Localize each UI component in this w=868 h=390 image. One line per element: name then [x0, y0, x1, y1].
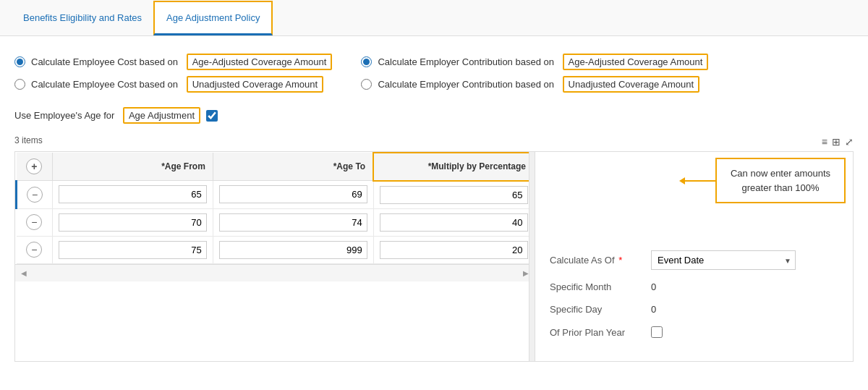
calculate-as-of-row: Calculate As Of * Event Date Plan Year S…	[550, 250, 838, 270]
table-row: −	[17, 181, 535, 209]
row1-multiply[interactable]	[373, 181, 534, 209]
tab-benefits[interactable]: Benefits Eligibility and Rates	[12, 2, 153, 35]
row3-multiply[interactable]	[373, 236, 534, 263]
row1-action: −	[17, 181, 53, 209]
employee-radio-2: Calculate Employee Cost based on Unadjus…	[14, 76, 332, 93]
prior-plan-year-row: Of Prior Plan Year	[550, 326, 838, 338]
row2-age-from[interactable]	[53, 208, 213, 236]
callout-text: Can now enter amounts greater than 100%	[731, 168, 830, 193]
age-table-container: + *Age From *Age To *Multiply by Percent…	[14, 151, 535, 362]
age-adjustment-checkbox-row: Use Employee's Age for Age Adjustment	[14, 107, 854, 124]
employee-label-2: Calculate Employee Cost based on	[31, 79, 181, 90]
vertical-scrollbar[interactable]	[529, 152, 535, 361]
specific-month-row: Specific Month 0	[550, 281, 838, 292]
table-icons: ≡ ⊞ ⤢	[822, 136, 854, 148]
specific-day-label: Specific Day	[550, 304, 644, 315]
employee-radio-1: Calculate Employee Cost based on Age-Adj…	[14, 54, 332, 70]
col-age-to: *Age To	[213, 153, 373, 181]
employee-radio-unadjusted[interactable]	[14, 79, 25, 90]
tab-bar: Benefits Eligibility and Rates Age Adjus…	[0, 0, 868, 36]
table-toolbar: 3 items ≡ ⊞ ⤢	[14, 135, 854, 148]
row1-multiply-input[interactable]	[380, 186, 528, 204]
row3-age-to-input[interactable]	[219, 241, 367, 259]
age-adjustment-label: Age Adjustment	[123, 107, 200, 124]
callout-box: Can now enter amounts greater than 100%	[715, 158, 846, 203]
calculate-as-of-dropdown[interactable]: Event Date Plan Year Start Plan Year End…	[651, 250, 796, 270]
row1-age-from-input[interactable]	[59, 185, 207, 203]
row2-multiply[interactable]	[373, 208, 534, 236]
expand-icon[interactable]: ⤢	[845, 136, 854, 148]
employer-radio-2: Calculate Employer Contribution based on…	[361, 76, 708, 93]
employer-radio-group: Calculate Employer Contribution based on…	[361, 54, 708, 93]
remove-row-3[interactable]: −	[26, 242, 42, 258]
items-count: 3 items	[14, 135, 43, 145]
prior-plan-year-checkbox[interactable]	[651, 326, 663, 338]
row2-age-to[interactable]	[213, 208, 373, 236]
employer-label-2: Calculate Employer Contribution based on	[378, 79, 556, 90]
employee-highlight-2: Unadjusted Coverage Amount	[187, 76, 323, 93]
employee-radio-group: Calculate Employee Cost based on Age-Adj…	[14, 54, 332, 93]
col-multiply: *Multiply by Percentage	[373, 153, 534, 181]
callout-arrow-line	[685, 180, 717, 182]
checkbox-prefix: Use Employee's Age for	[14, 110, 117, 121]
prior-plan-year-label: Of Prior Plan Year	[550, 327, 644, 338]
grid-icon[interactable]: ⊞	[832, 136, 841, 148]
row3-action: −	[17, 236, 53, 263]
right-panel: Can now enter amounts greater than 100% …	[535, 151, 854, 362]
remove-row-2[interactable]: −	[26, 214, 42, 230]
row2-action: −	[17, 208, 53, 236]
employee-radio-age-adjusted[interactable]	[14, 56, 25, 67]
col-add: +	[17, 153, 53, 181]
specific-day-value: 0	[651, 304, 656, 315]
row1-age-to-input[interactable]	[219, 185, 367, 203]
row2-age-from-input[interactable]	[59, 213, 207, 232]
main-content: Calculate Employee Cost based on Age-Adj…	[0, 36, 868, 369]
col-age-from: *Age From	[53, 153, 213, 181]
employer-label-1: Calculate Employer Contribution based on	[378, 56, 556, 67]
radio-groups: Calculate Employee Cost based on Age-Adj…	[14, 54, 854, 93]
row3-age-from-input[interactable]	[59, 241, 207, 259]
employee-highlight-1: Age-Adjusted Coverage Amount	[187, 54, 333, 70]
row3-age-to[interactable]	[213, 236, 373, 263]
table-section-wrapper: 3 items ≡ ⊞ ⤢ + *Age From	[14, 135, 854, 362]
employer-highlight-2: Unadjusted Coverage Amount	[563, 76, 699, 93]
employer-radio-1: Calculate Employer Contribution based on…	[361, 54, 708, 70]
employer-highlight-1: Age-Adjusted Coverage Amount	[563, 54, 709, 70]
row1-age-from[interactable]	[53, 181, 213, 209]
specific-day-row: Specific Day 0	[550, 304, 838, 315]
row2-multiply-input[interactable]	[380, 213, 528, 232]
calculate-as-of-select[interactable]: Event Date Plan Year Start Plan Year End	[651, 250, 796, 270]
row3-multiply-input[interactable]	[380, 241, 528, 259]
calculate-as-of-label: Calculate As Of *	[550, 255, 644, 266]
row3-age-from[interactable]	[53, 236, 213, 263]
filter-icon[interactable]: ≡	[822, 136, 827, 148]
employee-label-1: Calculate Employee Cost based on	[31, 56, 181, 67]
row2-age-to-input[interactable]	[219, 213, 367, 232]
age-table: + *Age From *Age To *Multiply by Percent…	[15, 152, 535, 264]
add-row-button[interactable]: +	[26, 158, 42, 174]
specific-month-value: 0	[651, 281, 656, 292]
callout-arrow-head	[679, 177, 685, 185]
tab-age-adjustment[interactable]: Age Adjustment Policy	[153, 1, 273, 35]
table-row: −	[17, 236, 535, 263]
horizontal-scrollbar: ◀ ▶	[15, 264, 535, 281]
employer-radio-unadjusted[interactable]	[361, 79, 372, 90]
specific-month-label: Specific Month	[550, 281, 644, 292]
row1-age-to[interactable]	[213, 181, 373, 209]
remove-row-1[interactable]: −	[27, 187, 43, 203]
age-adjustment-checkbox[interactable]	[206, 110, 218, 122]
required-star-1: *	[618, 255, 622, 266]
scroll-left-icon[interactable]: ◀	[18, 266, 30, 280]
table-row: −	[17, 208, 535, 236]
employer-radio-age-adjusted[interactable]	[361, 56, 372, 67]
